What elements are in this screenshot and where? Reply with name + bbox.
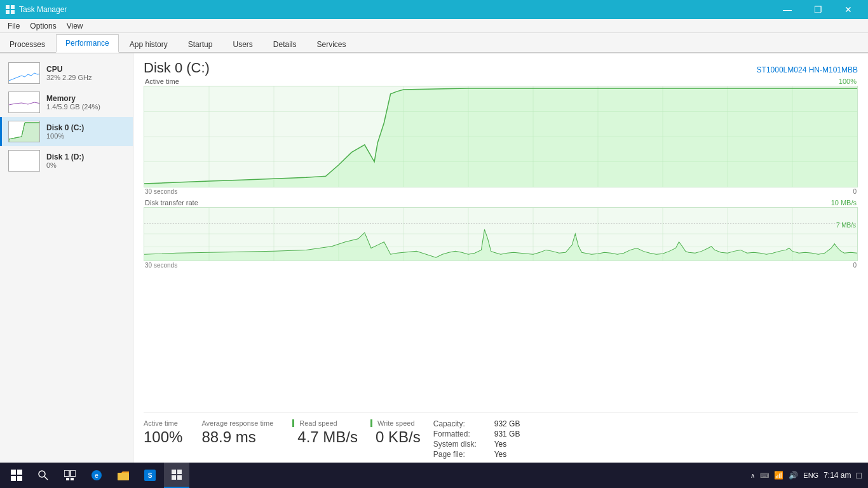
svg-rect-43 — [71, 478, 74, 480]
svg-rect-40 — [64, 470, 69, 477]
memory-info: Memory 1.4/5.9 GB (24%) — [46, 94, 100, 111]
tab-processes[interactable]: Processes — [0, 36, 55, 53]
start-button[interactable] — [4, 463, 29, 488]
svg-rect-46 — [118, 473, 129, 480]
task-manager-taskbar-button[interactable] — [164, 463, 189, 488]
content-panel: Disk 0 (C:) ST1000LM024 HN-M101MBB Activ… — [133, 53, 868, 464]
task-manager-taskbar-icon — [171, 469, 182, 480]
svg-rect-3 — [11, 10, 15, 14]
cpu-subtitle: 32% 2.29 GHz — [46, 74, 92, 81]
capacity-key: Capacity: — [433, 419, 491, 428]
memory-subtitle: 1.4/5.9 GB (24%) — [46, 103, 100, 111]
active-time-stat-label: Active time — [144, 419, 182, 427]
menu-file[interactable]: File — [3, 20, 25, 32]
tab-services[interactable]: Services — [308, 36, 356, 53]
svg-rect-0 — [6, 5, 10, 9]
transfer-rate-max: 10 MB/s — [831, 199, 857, 207]
detail-page-file: Page file: Yes — [433, 450, 520, 459]
charts-area: Active time 100% — [144, 78, 858, 412]
search-button[interactable] — [31, 463, 56, 488]
task-view-button[interactable] — [57, 463, 83, 488]
active-time-label: Active time — [145, 78, 179, 85]
file-explorer-button[interactable] — [111, 463, 136, 488]
windows-icon — [11, 470, 22, 481]
svg-marker-4 — [9, 123, 40, 142]
transfer-rate-label-bottom: 30 seconds 0 — [144, 262, 858, 269]
close-button[interactable]: ✕ — [834, 0, 863, 19]
file-explorer-icon — [118, 470, 129, 480]
svg-rect-42 — [66, 478, 69, 480]
stat-active-time: Active time 100% — [144, 419, 182, 459]
taskbar-chevron-up[interactable]: ∧ — [750, 472, 755, 479]
cpu-mini-graph — [8, 62, 40, 84]
disk0-title: Disk 0 (C:) — [46, 123, 84, 132]
taskbar-time[interactable]: 7:14 am — [824, 471, 851, 480]
disk-header: Disk 0 (C:) ST1000LM024 HN-M101MBB — [144, 60, 858, 76]
write-speed-value: 0 KB/s — [370, 428, 421, 446]
taskbar-keyboard: ⌨ — [760, 472, 769, 479]
disk1-title: Disk 1 (D:) — [46, 152, 84, 161]
taskbar-notification[interactable]: □ — [857, 470, 862, 480]
stat-details: Capacity: 932 GB Formatted: 931 GB Syste… — [433, 419, 520, 459]
avg-response-label: Average response time — [201, 419, 273, 427]
active-time-max: 100% — [839, 78, 857, 85]
title-bar-controls: — ❐ ✕ — [773, 0, 863, 19]
svg-rect-36 — [11, 476, 16, 481]
task-view-icon — [64, 470, 76, 480]
disk0-subtitle: 100% — [46, 132, 84, 140]
minimize-button[interactable]: — — [773, 0, 802, 19]
active-time-label-bottom: 30 seconds 0 — [144, 188, 858, 195]
svg-rect-2 — [6, 10, 10, 14]
sidebar-item-disk1[interactable]: Disk 1 (D:) 0% — [0, 146, 133, 175]
task-manager-icon — [5, 4, 15, 15]
taskbar: e S ∧ ⌨ 📶 — [0, 463, 868, 488]
svg-rect-50 — [177, 470, 182, 474]
formatted-key: Formatted: — [433, 430, 491, 438]
search-icon — [38, 470, 48, 480]
store-button[interactable]: S — [137, 463, 163, 488]
tab-performance[interactable]: Performance — [56, 34, 119, 53]
transfer-rate-label: Disk transfer rate — [145, 199, 198, 207]
title-bar-title: Task Manager — [19, 5, 67, 14]
capacity-val: 932 GB — [494, 419, 520, 428]
svg-rect-49 — [172, 470, 176, 474]
disk1-info: Disk 1 (D:) 0% — [46, 152, 84, 169]
memory-title: Memory — [46, 94, 100, 103]
formatted-val: 931 GB — [494, 430, 520, 438]
disk1-mini-graph — [8, 150, 40, 172]
svg-rect-1 — [11, 5, 15, 9]
sidebar: CPU 32% 2.29 GHz Memory 1.4/5.9 GB (24%) — [0, 53, 133, 464]
svg-line-39 — [44, 477, 48, 480]
svg-text:S: S — [148, 472, 153, 479]
read-speed-value: 4.7 MB/s — [292, 428, 358, 446]
read-speed-label: Read speed — [292, 419, 358, 427]
taskbar-volume: 🔊 — [789, 471, 798, 480]
sidebar-item-cpu[interactable]: CPU 32% 2.29 GHz — [0, 58, 133, 88]
transfer-rate-x-right: 0 — [853, 262, 857, 269]
page-file-val: Yes — [494, 450, 507, 459]
svg-point-38 — [39, 471, 45, 477]
title-bar: Task Manager — ❐ ✕ — [0, 0, 868, 19]
sidebar-item-memory[interactable]: Memory 1.4/5.9 GB (24%) — [0, 88, 133, 117]
disk1-subtitle: 0% — [46, 161, 84, 169]
tab-app-history[interactable]: App history — [120, 36, 177, 53]
disk-title: Disk 0 (C:) — [144, 60, 210, 76]
svg-rect-34 — [11, 470, 16, 475]
tab-users[interactable]: Users — [223, 36, 262, 53]
transfer-rate-chart: 7 MB/s — [144, 207, 858, 261]
svg-rect-52 — [177, 475, 182, 480]
tab-startup[interactable]: Startup — [179, 36, 222, 53]
disk-model: ST1000LM024 HN-M101MBB — [757, 65, 858, 74]
menu-view[interactable]: View — [62, 20, 88, 32]
stats-row: Active time 100% Average response time 8… — [144, 412, 858, 464]
stat-read-speed: Read speed 4.7 MB/s — [292, 419, 358, 459]
restore-button[interactable]: ❐ — [803, 0, 832, 19]
transfer-rate-x-label: 30 seconds — [145, 262, 177, 269]
active-time-x-label: 30 seconds — [145, 188, 177, 195]
menu-options[interactable]: Options — [25, 20, 61, 32]
transfer-rate-label-top: Disk transfer rate 10 MB/s — [144, 199, 858, 207]
sidebar-item-disk0[interactable]: Disk 0 (C:) 100% — [0, 117, 133, 146]
tab-details[interactable]: Details — [264, 36, 306, 53]
detail-capacity: Capacity: 932 GB — [433, 419, 520, 428]
edge-button[interactable]: e — [84, 463, 109, 488]
